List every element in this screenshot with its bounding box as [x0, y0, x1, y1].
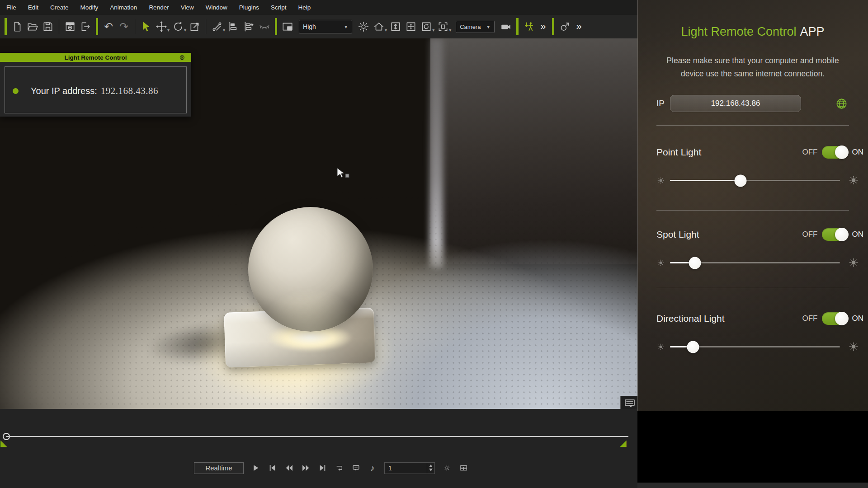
export-icon[interactable]	[78, 18, 93, 35]
render-light-icon[interactable]	[442, 463, 452, 473]
spinner-down-icon[interactable]	[429, 469, 433, 471]
new-document-icon[interactable]	[9, 18, 25, 35]
toggle-knob[interactable]	[835, 145, 849, 159]
menu-view[interactable]: View	[181, 4, 194, 11]
status-dot-icon	[13, 88, 19, 94]
menu-render[interactable]: Render	[149, 4, 169, 11]
slider-handle[interactable]	[735, 174, 747, 187]
ip-label: IP	[656, 99, 665, 108]
open-file-icon[interactable]	[25, 18, 40, 35]
timeline-panel-icon[interactable]	[458, 463, 468, 473]
fit-vertical-icon[interactable]	[388, 18, 403, 35]
menu-help[interactable]: Help	[298, 4, 311, 11]
menu-edit[interactable]: Edit	[28, 4, 38, 11]
dim-sun-icon	[656, 176, 665, 185]
menu-modify[interactable]: Modify	[80, 4, 99, 11]
menu-script[interactable]: Script	[271, 4, 287, 11]
timeline-range-end-marker[interactable]: ◢	[620, 439, 627, 447]
toolbar-separator	[135, 19, 135, 34]
window-title-bar[interactable]: Light Remote Control ⊗	[0, 53, 191, 62]
main-toolbar: ↶ ↷ ▾ ▾ ▾ High ▼ ▾ ▾ ▾ Camera ▼ » »	[0, 15, 637, 38]
menu-window[interactable]: Window	[206, 4, 227, 11]
toggle-off-label: OFF	[802, 230, 818, 239]
slider-track[interactable]	[670, 180, 840, 181]
video-camera-icon[interactable]	[498, 18, 514, 35]
frame-selection-icon[interactable]	[435, 18, 451, 35]
panel-bottom-strip	[637, 483, 868, 488]
viewport-3d[interactable]: Light Remote Control ⊗ Your IP address: …	[0, 38, 637, 409]
ip-address-label: Your IP address:	[31, 86, 97, 96]
spinner-up-icon[interactable]	[429, 465, 433, 467]
bright-sun-icon	[848, 257, 859, 268]
realtime-button[interactable]: Realtime	[194, 462, 244, 474]
ip-status-row: Your IP address: 192.168.43.86	[0, 85, 191, 97]
align-distribute-icon[interactable]	[241, 18, 257, 35]
slider-handle[interactable]	[687, 341, 699, 353]
align-left-icon[interactable]	[226, 18, 241, 35]
redo-icon[interactable]: ↷	[116, 18, 132, 35]
fast-forward-icon[interactable]	[301, 463, 311, 473]
toggle-knob[interactable]	[835, 312, 849, 325]
ip-input-field[interactable]: 192.168.43.86	[670, 95, 801, 112]
close-icon[interactable]: ⊗	[179, 53, 185, 61]
more-tools-chevron-icon[interactable]: »	[576, 21, 581, 33]
keyframe-note-icon[interactable]: ♪	[368, 463, 377, 473]
point-light-section: Point Light OFF ON	[637, 145, 868, 195]
move-dropdown-caret[interactable]: ▾	[167, 28, 170, 33]
rotate-dropdown-caret[interactable]: ▾	[184, 28, 186, 33]
default-light-icon[interactable]	[356, 18, 371, 35]
orbit-dropdown-caret[interactable]: ▾	[432, 28, 434, 33]
go-to-start-icon[interactable]	[267, 463, 277, 473]
timeline-track[interactable]	[6, 436, 628, 437]
menu-animation[interactable]: Animation	[110, 4, 137, 11]
play-icon[interactable]	[250, 463, 260, 473]
toggle-knob[interactable]	[835, 228, 849, 241]
camera-select[interactable]: Camera ▼	[456, 21, 495, 33]
slider-handle[interactable]	[689, 257, 701, 269]
toolbar-accent-bar	[516, 18, 519, 35]
light-remote-control-window[interactable]: Light Remote Control ⊗ Your IP address: …	[0, 53, 191, 117]
move-tool-icon[interactable]	[154, 18, 169, 35]
menu-plugins[interactable]: Plugins	[239, 4, 259, 11]
globe-icon[interactable]	[835, 98, 848, 110]
spinner-arrows[interactable]	[427, 463, 434, 474]
timeline-range-start-marker[interactable]: ◣	[0, 439, 7, 447]
undo-icon[interactable]: ↶	[101, 18, 116, 35]
scale-tool-icon[interactable]	[187, 18, 203, 35]
slider-track[interactable]	[670, 346, 840, 347]
frame-dropdown-caret[interactable]: ▾	[449, 28, 451, 33]
pan-view-icon[interactable]	[403, 18, 419, 35]
panel-title-secondary: APP	[800, 25, 825, 38]
snap-dropdown-caret[interactable]: ▾	[223, 28, 225, 33]
toggle-switch[interactable]	[822, 146, 848, 159]
render-quality-select[interactable]: High ▼	[299, 20, 352, 33]
rotate-tool-icon[interactable]	[170, 18, 186, 35]
home-dropdown-caret[interactable]: ▾	[385, 28, 387, 33]
snap-tool-icon[interactable]	[209, 18, 225, 35]
hide-lashes-icon[interactable]	[257, 18, 272, 35]
directional-light-toggle[interactable]: OFF ON	[802, 312, 864, 325]
go-to-end-icon[interactable]	[317, 463, 327, 473]
slider-track[interactable]	[670, 262, 840, 263]
orbit-view-icon[interactable]	[419, 18, 434, 35]
more-tools-chevron-icon[interactable]: »	[540, 21, 546, 33]
toolbar-separator	[59, 19, 59, 34]
menu-create[interactable]: Create	[50, 4, 69, 11]
orbit-object-icon[interactable]	[557, 18, 572, 35]
render-preview-icon[interactable]	[62, 18, 78, 35]
menu-file[interactable]: File	[6, 4, 16, 11]
select-arrow-icon[interactable]	[138, 18, 154, 35]
rewind-icon[interactable]	[284, 463, 294, 473]
save-icon[interactable]	[40, 18, 56, 35]
spot-light-toggle[interactable]: OFF ON	[802, 228, 864, 241]
toggle-switch[interactable]	[822, 312, 848, 325]
viewport-comment-button[interactable]	[620, 396, 637, 409]
walk-mode-icon[interactable]	[521, 18, 537, 35]
home-view-icon[interactable]	[371, 18, 387, 35]
frame-number-spinner[interactable]: 1	[384, 462, 435, 474]
toggle-switch[interactable]	[822, 228, 848, 241]
viewport-layout-icon[interactable]	[280, 18, 295, 35]
point-light-toggle[interactable]: OFF ON	[802, 145, 864, 159]
comment-icon[interactable]	[351, 463, 361, 473]
loop-range-icon[interactable]	[334, 463, 344, 473]
